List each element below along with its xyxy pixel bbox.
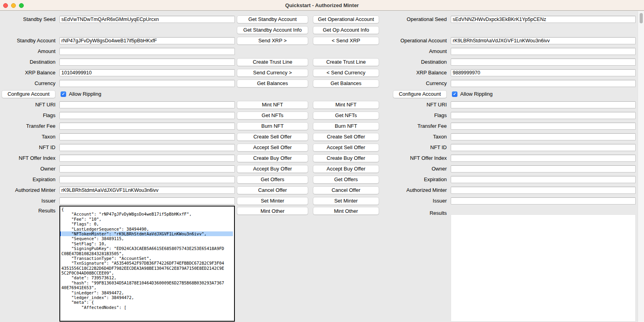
vertical-scrollbar[interactable]: [638, 11, 644, 322]
operational-owner-input[interactable]: [451, 165, 636, 172]
get-standby-account-info-standby-button[interactable]: Get Standby Account Info: [237, 26, 308, 34]
mint-nft-standby-button[interactable]: Mint NFT: [237, 101, 308, 109]
nft-uri-operational-label: NFT URI: [427, 102, 447, 108]
results-line: "SetFlag": 10,: [61, 241, 233, 246]
mint-other-standby-button[interactable]: Mint Other: [237, 207, 308, 215]
configure-account-operational-button[interactable]: Configure Account: [393, 90, 447, 98]
operational-transfer-fee-input[interactable]: [451, 123, 636, 130]
cancel-offer-standby-button[interactable]: Cancel Offer: [237, 186, 308, 194]
operational-destination-input[interactable]: [451, 59, 636, 66]
send-xrp-operational-button[interactable]: < Send XRP: [313, 37, 379, 45]
standby-nft-id-input[interactable]: [59, 144, 235, 151]
get-standby-account-standby-button[interactable]: Get Standby Account: [237, 15, 308, 23]
owner-operational-label: Owner: [432, 166, 447, 172]
operational-amount-input[interactable]: [451, 48, 636, 55]
minimize-button-icon[interactable]: [11, 3, 16, 8]
set-minter-standby-button[interactable]: Set Minter: [237, 197, 308, 205]
standby-standby-seed-input[interactable]: [59, 16, 235, 23]
xrp-balance-operational-label: XRP Balance: [416, 70, 447, 76]
create-sell-offer-operational-button[interactable]: Create Sell Offer: [313, 133, 379, 141]
burn-nft-operational-button[interactable]: Burn NFT: [313, 122, 379, 130]
nft-uri-standby-label: NFT URI: [35, 102, 55, 108]
operational-account-operational-label: Operational Account: [400, 38, 447, 44]
operational-operational-seed-input[interactable]: [451, 16, 636, 23]
main-content: Standby SeedGet Standby AccountGet Opera…: [0, 11, 638, 322]
get-offers-standby-button[interactable]: Get Offers: [237, 176, 308, 184]
zoom-button-icon[interactable]: [19, 3, 24, 8]
operational-authorized-minter-input[interactable]: [451, 187, 636, 194]
operational-expiration-input[interactable]: [451, 176, 636, 183]
standby-account-standby-label: Standby Account: [17, 38, 55, 44]
amount-standby-label: Amount: [38, 48, 55, 54]
operational-xrp-balance-input[interactable]: [451, 69, 636, 76]
create-sell-offer-standby-button[interactable]: Create Sell Offer: [237, 133, 308, 141]
standby-expiration-input[interactable]: [59, 176, 235, 183]
scrollbar-thumb[interactable]: [640, 13, 643, 23]
accept-buy-offer-operational-button[interactable]: Accept Buy Offer: [313, 165, 379, 173]
allow-rippling-operational-checkbox[interactable]: [452, 91, 457, 97]
standby-destination-input[interactable]: [59, 59, 235, 66]
standby-xrp-balance-input[interactable]: [59, 69, 235, 76]
operational-results-textarea[interactable]: [451, 214, 636, 322]
get-nfts-standby-button[interactable]: Get NFTs: [237, 112, 308, 119]
operational-seed-operational-label: Operational Seed: [407, 16, 447, 22]
results-line: "hash": "99FB136034D5A1878E10464D360009E…: [61, 280, 233, 285]
xrp-balance-standby-label: XRP Balance: [25, 70, 55, 76]
results-line: "Account": "rNP47gJFvDyW8gsDo4weB17if5pB…: [61, 212, 233, 216]
expiration-standby-label: Expiration: [32, 176, 55, 182]
set-minter-operational-button[interactable]: Set Minter: [313, 197, 379, 205]
standby-results-textarea[interactable]: { "Account": "rNP47gJFvDyW8gsDo4weB17if5…: [59, 206, 235, 322]
get-balances-operational-button[interactable]: Get Balances: [313, 80, 379, 87]
operational-flags-input[interactable]: [451, 112, 636, 119]
standby-results-label: Results: [38, 208, 55, 214]
get-balances-standby-button[interactable]: Get Balances: [237, 80, 308, 87]
get-operational-account-operational-button[interactable]: Get Operational Account: [313, 15, 379, 23]
allow-rippling-standby-checkbox[interactable]: [61, 91, 66, 97]
standby-taxon-input[interactable]: [59, 133, 235, 140]
send-currency-standby-button[interactable]: Send Currency >: [237, 69, 308, 77]
standby-transfer-fee-input[interactable]: [59, 123, 235, 130]
burn-nft-standby-button[interactable]: Burn NFT: [237, 122, 308, 130]
authorized-minter-standby-label: Authorized Minter: [15, 187, 55, 193]
standby-issuer-input[interactable]: [59, 197, 235, 205]
accept-buy-offer-standby-button[interactable]: Accept Buy Offer: [237, 165, 308, 173]
cancel-offer-operational-button[interactable]: Cancel Offer: [313, 186, 379, 194]
standby-amount-input[interactable]: [59, 48, 235, 55]
mint-other-operational-button[interactable]: Mint Other: [313, 207, 379, 215]
traffic-lights: [3, 3, 24, 8]
titlebar: Quickstart - Authorized Minter: [0, 0, 644, 11]
close-button-icon[interactable]: [3, 3, 8, 8]
standby-nft-uri-input[interactable]: [59, 101, 235, 108]
standby-owner-input[interactable]: [59, 165, 235, 172]
operational-issuer-input[interactable]: [451, 197, 636, 205]
get-nfts-operational-button[interactable]: Get NFTs: [313, 112, 379, 119]
allow-rippling-operational-label: Allow Rippling: [460, 91, 493, 97]
standby-flags-input[interactable]: [59, 112, 235, 119]
mint-nft-operational-button[interactable]: Mint NFT: [313, 101, 379, 109]
standby-standby-account-input[interactable]: [59, 37, 235, 44]
app-window: Quickstart - Authorized Minter Standby S…: [0, 0, 644, 322]
operational-nft-offer-index-input[interactable]: [451, 155, 636, 162]
create-buy-offer-operational-button[interactable]: Create Buy Offer: [313, 154, 379, 162]
standby-nft-offer-index-input[interactable]: [59, 155, 235, 162]
send-currency-operational-button[interactable]: < Send Currency: [313, 69, 379, 77]
standby-seed-standby-label: Standby Seed: [23, 16, 55, 22]
operational-operational-account-input[interactable]: [451, 37, 636, 44]
send-xrp-standby-button[interactable]: Send XRP >: [237, 37, 308, 45]
configure-account-standby-button[interactable]: Configure Account: [2, 90, 55, 98]
create-trust-line-operational-button[interactable]: Create Trust Line: [313, 58, 379, 66]
operational-currency-input[interactable]: [451, 80, 636, 87]
amount-operational-label: Amount: [429, 48, 447, 54]
operational-nft-id-input[interactable]: [451, 144, 636, 151]
operational-nft-uri-input[interactable]: [451, 101, 636, 108]
create-buy-offer-standby-button[interactable]: Create Buy Offer: [237, 154, 308, 162]
standby-authorized-minter-input[interactable]: [59, 187, 235, 194]
get-offers-operational-button[interactable]: Get Offers: [313, 176, 379, 184]
get-op-account-info-operational-button[interactable]: Get Op Account Info: [313, 26, 379, 34]
form-grid: Standby SeedGet Standby AccountGet Opera…: [0, 14, 638, 206]
operational-taxon-input[interactable]: [451, 133, 636, 140]
standby-currency-input[interactable]: [59, 80, 235, 87]
accept-sell-offer-operational-button[interactable]: Accept Sell Offer: [313, 144, 379, 152]
accept-sell-offer-standby-button[interactable]: Accept Sell Offer: [237, 144, 308, 152]
create-trust-line-standby-button[interactable]: Create Trust Line: [237, 58, 308, 66]
